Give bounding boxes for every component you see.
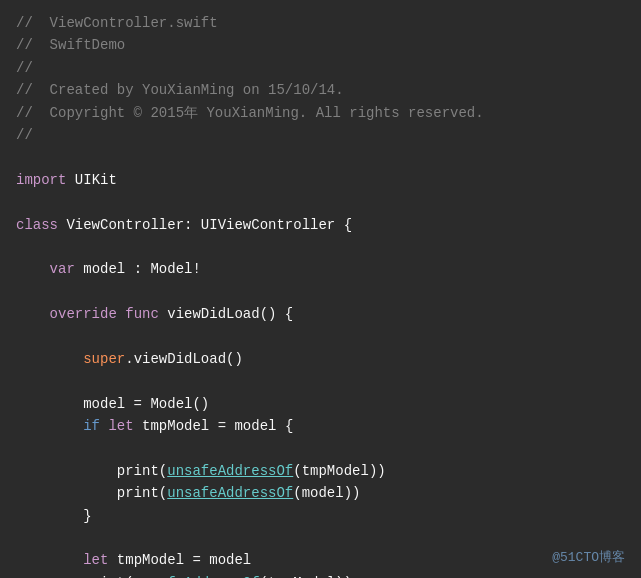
code-line-10: class ViewController: UIViewController { xyxy=(16,214,625,236)
code-line-20 xyxy=(16,437,625,459)
code-line-1: // ViewController.swift xyxy=(16,12,625,34)
code-line-25: let tmpModel = model xyxy=(16,549,625,571)
code-line-7 xyxy=(16,146,625,168)
code-line-9 xyxy=(16,191,625,213)
code-line-13 xyxy=(16,281,625,303)
code-line-18: model = Model() xyxy=(16,393,625,415)
code-line-19: if let tmpModel = model { xyxy=(16,415,625,437)
code-line-26: print(unsafeAddressOf(tmpModel)) xyxy=(16,572,625,578)
code-line-12: var model : Model! xyxy=(16,258,625,280)
watermark: @51CTO博客 xyxy=(552,548,625,566)
code-line-14: override func viewDidLoad() { xyxy=(16,303,625,325)
code-line-17 xyxy=(16,370,625,392)
code-line-3: // xyxy=(16,57,625,79)
code-line-2: // SwiftDemo xyxy=(16,34,625,56)
code-line-8: import UIKit xyxy=(16,169,625,191)
code-line-22: print(unsafeAddressOf(model)) xyxy=(16,482,625,504)
code-line-11 xyxy=(16,236,625,258)
code-line-24 xyxy=(16,527,625,549)
code-line-4: // Created by YouXianMing on 15/10/14. xyxy=(16,79,625,101)
code-editor: // ViewController.swift // SwiftDemo // … xyxy=(0,0,641,578)
code-line-23: } xyxy=(16,505,625,527)
code-line-21: print(unsafeAddressOf(tmpModel)) xyxy=(16,460,625,482)
code-line-16: super.viewDidLoad() xyxy=(16,348,625,370)
code-line-6: // xyxy=(16,124,625,146)
code-line-15 xyxy=(16,325,625,347)
code-line-5: // Copyright © 2015年 YouXianMing. All ri… xyxy=(16,102,625,124)
